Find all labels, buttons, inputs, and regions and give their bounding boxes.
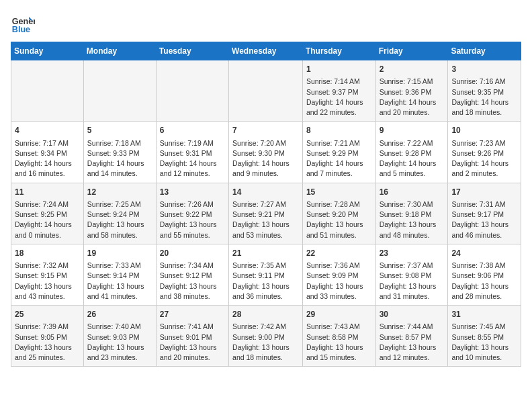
calendar-cell: 3Sunrise: 7:16 AM Sunset: 9:35 PM Daylig…	[448, 60, 521, 122]
day-number: 22	[306, 248, 372, 259]
day-info: Sunrise: 7:43 AM Sunset: 8:58 PM Dayligh…	[306, 322, 372, 363]
day-number: 28	[232, 309, 299, 320]
weekday-header: Sunday	[11, 42, 84, 60]
day-number: 27	[160, 309, 225, 320]
day-info: Sunrise: 7:39 AM Sunset: 9:05 PM Dayligh…	[15, 322, 80, 363]
day-info: Sunrise: 7:25 AM Sunset: 9:24 PM Dayligh…	[87, 199, 152, 240]
day-info: Sunrise: 7:26 AM Sunset: 9:22 PM Dayligh…	[160, 199, 225, 240]
day-number: 7	[232, 125, 299, 136]
day-info: Sunrise: 7:27 AM Sunset: 9:21 PM Dayligh…	[232, 199, 299, 240]
calendar-cell: 18Sunrise: 7:32 AM Sunset: 9:15 PM Dayli…	[11, 244, 84, 305]
weekday-header: Saturday	[448, 42, 521, 60]
logo: General Blue	[11, 11, 38, 35]
day-info: Sunrise: 7:44 AM Sunset: 8:57 PM Dayligh…	[380, 322, 445, 363]
calendar-week-row: 4Sunrise: 7:17 AM Sunset: 9:34 PM Daylig…	[11, 122, 521, 183]
day-number: 1	[306, 64, 372, 75]
calendar-cell: 19Sunrise: 7:33 AM Sunset: 9:14 PM Dayli…	[83, 244, 156, 305]
day-number: 6	[160, 125, 225, 136]
calendar-cell: 4Sunrise: 7:17 AM Sunset: 9:34 PM Daylig…	[11, 122, 84, 183]
day-info: Sunrise: 7:17 AM Sunset: 9:34 PM Dayligh…	[15, 138, 80, 179]
day-info: Sunrise: 7:21 AM Sunset: 9:29 PM Dayligh…	[306, 138, 372, 179]
day-info: Sunrise: 7:30 AM Sunset: 9:18 PM Dayligh…	[380, 199, 445, 240]
page-header: General Blue	[11, 11, 521, 35]
day-info: Sunrise: 7:18 AM Sunset: 9:33 PM Dayligh…	[87, 138, 152, 179]
day-number: 26	[87, 309, 152, 320]
calendar-week-row: 1Sunrise: 7:14 AM Sunset: 9:37 PM Daylig…	[11, 60, 521, 122]
calendar-cell: 11Sunrise: 7:24 AM Sunset: 9:25 PM Dayli…	[11, 183, 84, 244]
calendar-cell: 16Sunrise: 7:30 AM Sunset: 9:18 PM Dayli…	[375, 183, 448, 244]
day-info: Sunrise: 7:42 AM Sunset: 9:00 PM Dayligh…	[232, 322, 299, 363]
calendar-cell: 28Sunrise: 7:42 AM Sunset: 9:00 PM Dayli…	[229, 306, 303, 367]
calendar-cell	[229, 60, 303, 122]
calendar-cell: 5Sunrise: 7:18 AM Sunset: 9:33 PM Daylig…	[83, 122, 156, 183]
calendar-cell: 10Sunrise: 7:23 AM Sunset: 9:26 PM Dayli…	[448, 122, 521, 183]
day-number: 17	[451, 187, 517, 198]
calendar-cell: 22Sunrise: 7:36 AM Sunset: 9:09 PM Dayli…	[302, 244, 375, 305]
day-number: 11	[15, 187, 80, 198]
calendar-week-row: 18Sunrise: 7:32 AM Sunset: 9:15 PM Dayli…	[11, 244, 521, 305]
day-info: Sunrise: 7:32 AM Sunset: 9:15 PM Dayligh…	[15, 261, 80, 302]
day-info: Sunrise: 7:41 AM Sunset: 9:01 PM Dayligh…	[160, 322, 225, 363]
day-number: 2	[380, 64, 445, 75]
day-number: 31	[451, 309, 517, 320]
calendar-cell: 14Sunrise: 7:27 AM Sunset: 9:21 PM Dayli…	[229, 183, 303, 244]
day-number: 8	[306, 125, 372, 136]
day-number: 10	[451, 125, 517, 136]
calendar-cell	[83, 60, 156, 122]
day-info: Sunrise: 7:40 AM Sunset: 9:03 PM Dayligh…	[87, 322, 152, 363]
day-number: 12	[87, 187, 152, 198]
day-info: Sunrise: 7:15 AM Sunset: 9:36 PM Dayligh…	[380, 77, 445, 118]
day-info: Sunrise: 7:31 AM Sunset: 9:17 PM Dayligh…	[451, 199, 517, 240]
calendar-cell: 15Sunrise: 7:28 AM Sunset: 9:20 PM Dayli…	[302, 183, 375, 244]
calendar-cell: 27Sunrise: 7:41 AM Sunset: 9:01 PM Dayli…	[156, 306, 228, 367]
calendar-week-row: 11Sunrise: 7:24 AM Sunset: 9:25 PM Dayli…	[11, 183, 521, 244]
day-info: Sunrise: 7:45 AM Sunset: 8:55 PM Dayligh…	[451, 322, 517, 363]
day-info: Sunrise: 7:16 AM Sunset: 9:35 PM Dayligh…	[451, 77, 517, 118]
calendar-cell: 30Sunrise: 7:44 AM Sunset: 8:57 PM Dayli…	[375, 306, 448, 367]
day-info: Sunrise: 7:34 AM Sunset: 9:12 PM Dayligh…	[160, 261, 225, 302]
day-info: Sunrise: 7:19 AM Sunset: 9:31 PM Dayligh…	[160, 138, 225, 179]
day-number: 25	[15, 309, 80, 320]
calendar-cell: 9Sunrise: 7:22 AM Sunset: 9:28 PM Daylig…	[375, 122, 448, 183]
weekday-header: Monday	[83, 42, 156, 60]
day-number: 30	[380, 309, 445, 320]
logo-icon: General Blue	[11, 11, 35, 35]
day-number: 21	[232, 248, 299, 259]
calendar-cell: 26Sunrise: 7:40 AM Sunset: 9:03 PM Dayli…	[83, 306, 156, 367]
day-number: 4	[15, 125, 80, 136]
calendar-cell: 2Sunrise: 7:15 AM Sunset: 9:36 PM Daylig…	[375, 60, 448, 122]
calendar-cell: 21Sunrise: 7:35 AM Sunset: 9:11 PM Dayli…	[229, 244, 303, 305]
day-info: Sunrise: 7:36 AM Sunset: 9:09 PM Dayligh…	[306, 261, 372, 302]
calendar-cell: 25Sunrise: 7:39 AM Sunset: 9:05 PM Dayli…	[11, 306, 84, 367]
day-number: 16	[380, 187, 445, 198]
calendar-cell: 12Sunrise: 7:25 AM Sunset: 9:24 PM Dayli…	[83, 183, 156, 244]
day-number: 3	[451, 64, 517, 75]
calendar-cell: 23Sunrise: 7:37 AM Sunset: 9:08 PM Dayli…	[375, 244, 448, 305]
calendar-cell	[156, 60, 228, 122]
calendar-cell: 13Sunrise: 7:26 AM Sunset: 9:22 PM Dayli…	[156, 183, 228, 244]
day-info: Sunrise: 7:33 AM Sunset: 9:14 PM Dayligh…	[87, 261, 152, 302]
day-number: 15	[306, 187, 372, 198]
calendar-cell: 29Sunrise: 7:43 AM Sunset: 8:58 PM Dayli…	[302, 306, 375, 367]
weekday-header: Tuesday	[156, 42, 228, 60]
calendar-cell: 1Sunrise: 7:14 AM Sunset: 9:37 PM Daylig…	[302, 60, 375, 122]
day-info: Sunrise: 7:23 AM Sunset: 9:26 PM Dayligh…	[451, 138, 517, 179]
weekday-header: Thursday	[302, 42, 375, 60]
calendar-cell: 7Sunrise: 7:20 AM Sunset: 9:30 PM Daylig…	[229, 122, 303, 183]
day-info: Sunrise: 7:24 AM Sunset: 9:25 PM Dayligh…	[15, 199, 80, 240]
calendar-cell	[11, 60, 84, 122]
day-info: Sunrise: 7:35 AM Sunset: 9:11 PM Dayligh…	[232, 261, 299, 302]
day-info: Sunrise: 7:37 AM Sunset: 9:08 PM Dayligh…	[380, 261, 445, 302]
day-info: Sunrise: 7:22 AM Sunset: 9:28 PM Dayligh…	[380, 138, 445, 179]
calendar-cell: 17Sunrise: 7:31 AM Sunset: 9:17 PM Dayli…	[448, 183, 521, 244]
calendar-cell: 20Sunrise: 7:34 AM Sunset: 9:12 PM Dayli…	[156, 244, 228, 305]
day-number: 9	[380, 125, 445, 136]
day-number: 13	[160, 187, 225, 198]
calendar-cell: 31Sunrise: 7:45 AM Sunset: 8:55 PM Dayli…	[448, 306, 521, 367]
day-number: 20	[160, 248, 225, 259]
day-info: Sunrise: 7:20 AM Sunset: 9:30 PM Dayligh…	[232, 138, 299, 179]
day-info: Sunrise: 7:14 AM Sunset: 9:37 PM Dayligh…	[306, 77, 372, 118]
calendar-week-row: 25Sunrise: 7:39 AM Sunset: 9:05 PM Dayli…	[11, 306, 521, 367]
weekday-header: Friday	[375, 42, 448, 60]
calendar-cell: 24Sunrise: 7:38 AM Sunset: 9:06 PM Dayli…	[448, 244, 521, 305]
